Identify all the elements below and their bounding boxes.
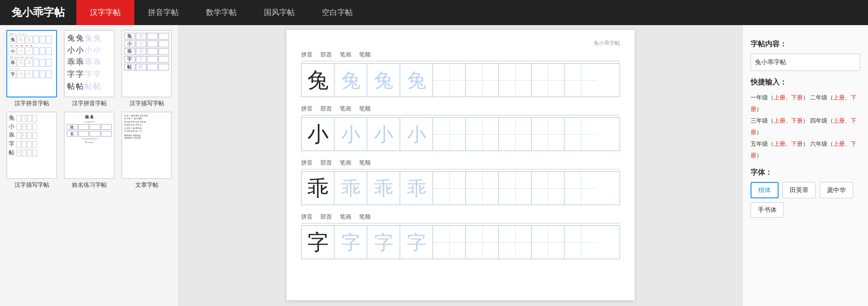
grid-cell-2-1 bbox=[433, 118, 466, 151]
template-thumb-3[interactable]: 兔 兔 小 小 乖 乖 bbox=[121, 30, 172, 97]
grade-4-end: ） bbox=[756, 129, 762, 136]
header-bushou-4: 部首 bbox=[320, 213, 332, 221]
template-label-4: 汉字描写字帖 bbox=[14, 181, 49, 189]
main-char-1: 兔 bbox=[307, 66, 329, 95]
char-section-2: 拼音 部首 笔画 笔顺 小 小 小 小 bbox=[301, 105, 620, 151]
grade-3-sep: 、 bbox=[785, 117, 791, 124]
grid-cell-3-1 bbox=[433, 172, 466, 205]
trace-char-2-3: 小 bbox=[400, 118, 433, 151]
trace-glyph-3-2: 乖 bbox=[374, 175, 393, 202]
grade-3-up[interactable]: 上册 bbox=[774, 117, 785, 124]
template-thumb-2[interactable]: 兔 兔 兔 兔 小 小 小 小 乖 乖 bbox=[64, 30, 115, 97]
grade-6-sep: 、 bbox=[845, 140, 851, 147]
template-item-4[interactable]: 兔 | 小 bbox=[5, 111, 58, 189]
main-char-cell-2: 小 bbox=[302, 118, 334, 151]
grade-6-end: ） bbox=[756, 152, 762, 159]
tab-math[interactable]: 数学字帖 bbox=[192, 0, 250, 25]
grade-5-up[interactable]: 上册 bbox=[774, 140, 785, 147]
tab-pinyin[interactable]: 拼音字帖 bbox=[134, 0, 192, 25]
grid-cell-2-2 bbox=[466, 118, 499, 151]
grade-6-label: 六年级（ bbox=[810, 140, 833, 147]
grade-1-down[interactable]: 下册 bbox=[791, 94, 803, 101]
trace-char-4-3: 字 bbox=[400, 226, 433, 259]
font-btn-tianyingzhang[interactable]: 田英章 bbox=[782, 182, 816, 198]
grade-1-end: ） bbox=[803, 94, 809, 101]
grid-cell-2-3 bbox=[499, 118, 532, 151]
grade-3-down[interactable]: 下册 bbox=[791, 117, 803, 124]
tab-hanzi[interactable]: 汉字字帖 bbox=[76, 0, 134, 25]
header-bihua-1: 笔画 bbox=[340, 51, 351, 59]
trace-glyph-3-1: 乖 bbox=[341, 175, 361, 202]
grade-2-up[interactable]: 上册 bbox=[833, 94, 845, 101]
grade-6-up[interactable]: 上册 bbox=[833, 140, 845, 147]
writing-row-4: 字 字 字 字 bbox=[301, 225, 620, 259]
grid-cell-4-2 bbox=[466, 226, 499, 259]
main-char-2: 小 bbox=[307, 120, 329, 149]
quick-input-links: 一年级（上册、下册） 二年级（上册、下册） 三年级（上册、下册） 四年级（上册、… bbox=[751, 92, 860, 161]
template-thumb-4[interactable]: 兔 | 小 bbox=[6, 111, 57, 179]
trace-glyph-4-3: 字 bbox=[407, 229, 426, 256]
grade-5-sep: 、 bbox=[785, 140, 791, 147]
template-label-5: 姓名练习字帖 bbox=[72, 181, 107, 189]
template-item-1[interactable]: 拼音tūTŪtūtū 兔 兔 兔 拼音xiǎoxiǎoxiǎoxiǎo 小 bbox=[5, 30, 58, 108]
trace-glyph-1-1: 兔 bbox=[341, 67, 361, 94]
font-buttons-row2: 手书体 bbox=[751, 202, 860, 218]
font-buttons: 楷体 田英章 庞中华 bbox=[751, 182, 860, 198]
trace-glyph-3-3: 乖 bbox=[407, 175, 426, 202]
template-item-3[interactable]: 兔 兔 小 小 乖 乖 bbox=[120, 30, 174, 108]
header-pinyin-1: 拼音 bbox=[301, 51, 313, 59]
grid-cell-3-2 bbox=[466, 172, 499, 205]
grid-cell-1-1 bbox=[433, 64, 466, 97]
grade-2-sep: 、 bbox=[845, 94, 851, 101]
tab-blank[interactable]: 空白字帖 bbox=[308, 0, 366, 25]
header-bushou-1: 部首 bbox=[320, 51, 332, 59]
grid-cell-1-3 bbox=[499, 64, 532, 97]
trace-char-1-1: 兔 bbox=[334, 64, 367, 97]
font-btn-kaiti[interactable]: 楷体 bbox=[751, 182, 779, 198]
grid-cell-2-4 bbox=[532, 118, 564, 151]
main-char-4: 字 bbox=[307, 228, 329, 257]
template-item-2[interactable]: 兔 兔 兔 兔 小 小 小 小 乖 乖 bbox=[62, 30, 116, 108]
header-bihua-2: 笔画 bbox=[340, 105, 351, 113]
grid-cell-3-4 bbox=[532, 172, 564, 205]
trace-glyph-4-2: 字 bbox=[374, 229, 393, 256]
template-thumb-6[interactable]: 这是一篇美丽的文章描写秋天来了,落叶飘零,湖边的芦苇在风中摇曳,远处传来人声笑语… bbox=[121, 111, 172, 179]
grade-5-end: ） bbox=[803, 140, 809, 147]
trace-char-1-3: 兔 bbox=[400, 64, 433, 97]
main-char-3: 乖 bbox=[307, 174, 329, 203]
header-pinyin-2: 拼音 bbox=[301, 105, 313, 113]
grade-1-up[interactable]: 上册 bbox=[774, 94, 785, 101]
trace-char-3-1: 乖 bbox=[334, 172, 367, 205]
tab-guofeng[interactable]: 国风字帖 bbox=[250, 0, 308, 25]
grid-cell-1-4 bbox=[532, 64, 564, 97]
template-item-6[interactable]: 这是一篇美丽的文章描写秋天来了,落叶飘零,湖边的芦苇在风中摇曳,远处传来人声笑语… bbox=[120, 111, 174, 189]
trace-char-4-1: 字 bbox=[334, 226, 367, 259]
header-bishun-3: 笔顺 bbox=[359, 159, 371, 167]
center-panel: 兔小乖字帖 拼音 部首 笔画 笔顺 兔 兔 兔 bbox=[179, 25, 742, 306]
grade-4-up[interactable]: 上册 bbox=[833, 117, 845, 124]
grade-3-end: ） bbox=[803, 117, 809, 124]
main-char-cell-1: 兔 bbox=[302, 64, 334, 97]
grade-3-label: 三年级（ bbox=[751, 117, 774, 124]
template-thumb-1[interactable]: 拼音tūTŪtūtū 兔 兔 兔 拼音xiǎoxiǎoxiǎoxiǎo 小 bbox=[6, 30, 57, 97]
nav-tabs: 汉字字帖 拼音字帖 数学字帖 国风字帖 空白字帖 bbox=[76, 0, 366, 25]
grade-5-down[interactable]: 下册 bbox=[791, 140, 803, 147]
char-section-1: 拼音 部首 笔画 笔顺 兔 兔 兔 兔 bbox=[301, 51, 620, 97]
header-bushou-3: 部首 bbox=[320, 159, 332, 167]
font-btn-pangzhonghua[interactable]: 庞中华 bbox=[820, 182, 853, 198]
trace-char-3-2: 乖 bbox=[367, 172, 400, 205]
writing-row-3: 乖 乖 乖 乖 bbox=[301, 171, 620, 205]
font-btn-shoushu[interactable]: 手书体 bbox=[751, 202, 784, 218]
trace-glyph-2-2: 小 bbox=[374, 121, 393, 148]
template-item-5[interactable]: 桂 名 ✳ 笔顺描写 ✳ 姓 名 bbox=[62, 111, 116, 189]
trace-glyph-1-3: 兔 bbox=[407, 67, 426, 94]
content-input[interactable] bbox=[751, 54, 860, 71]
grade-4-label: 四年级（ bbox=[810, 117, 833, 124]
main-char-cell-3: 乖 bbox=[302, 172, 334, 205]
template-thumb-5[interactable]: 桂 名 ✳ 笔顺描写 ✳ 姓 名 bbox=[64, 111, 115, 179]
template-label-2: 汉字拼音字帖 bbox=[72, 99, 107, 108]
header-bihua-4: 笔画 bbox=[340, 213, 351, 221]
writing-row-1: 兔 兔 兔 兔 bbox=[301, 63, 620, 97]
header-bishun-4: 笔顺 bbox=[359, 213, 371, 221]
grid-cell-3-5 bbox=[564, 172, 597, 205]
